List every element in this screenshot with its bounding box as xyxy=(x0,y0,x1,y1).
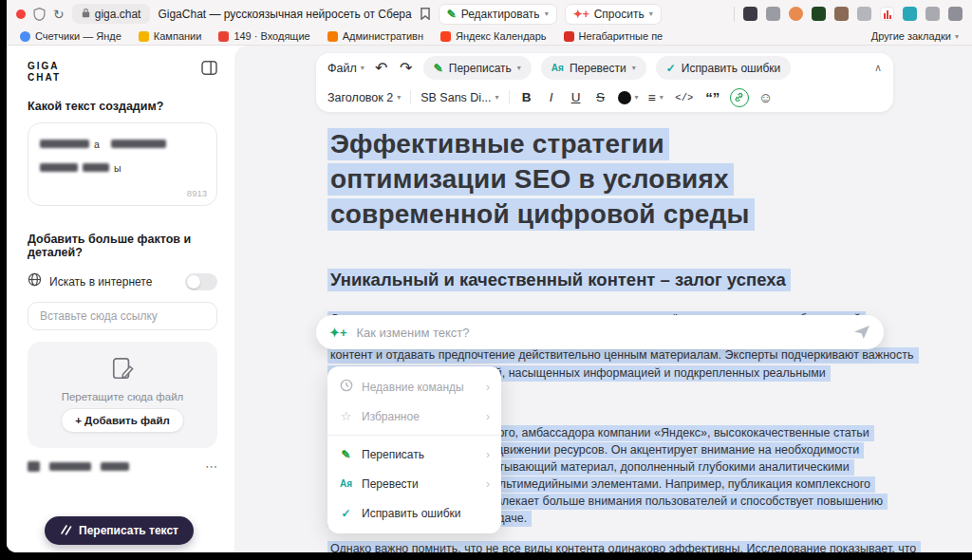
bookmark-item[interactable]: Негабаритные пе xyxy=(564,30,664,42)
shield-icon[interactable] xyxy=(33,8,46,21)
bookmark-label: Кампании xyxy=(154,30,202,42)
sparkle-plus-icon: ✦+ xyxy=(329,326,346,340)
pen-tool-extension-icon[interactable] xyxy=(743,7,757,21)
rewrite-tool-label: Переписать xyxy=(449,62,512,75)
rewrite-text-label: Переписать текст xyxy=(79,524,178,537)
bookmark-item[interactable]: Счетчики — Янде xyxy=(20,30,122,42)
bookmark-item[interactable]: 149 · Входящие xyxy=(218,30,309,42)
code-button[interactable]: </> xyxy=(673,92,696,103)
file-dropzone[interactable]: Перетащите сюда файл + Добавить файл xyxy=(28,342,217,448)
chevron-down-icon: ▾ xyxy=(660,93,664,102)
chart-extension-icon[interactable] xyxy=(880,7,894,21)
bookmarks-bar: Счетчики — Янде Кампании 149 · Входящие … xyxy=(7,28,972,46)
bookmark-item[interactable]: Кампании xyxy=(139,30,202,42)
text-color-button[interactable]: ▾ xyxy=(618,91,639,104)
bookmark-item[interactable]: Административн xyxy=(327,30,423,42)
ask-button[interactable]: ✦+ Спросить ▾ xyxy=(565,4,662,25)
menu-item-label: Перевести xyxy=(362,477,419,491)
sidebar-toggle-icon[interactable] xyxy=(201,61,217,79)
strikethrough-button[interactable]: S xyxy=(593,90,608,104)
redo-icon[interactable]: ↷ xyxy=(399,59,414,77)
rewrite-text-button[interactable]: Переписать текст xyxy=(45,516,194,545)
bookmark-label: 149 · Входящие xyxy=(234,30,309,42)
gigachat-app: GIGA CHAT Какой текст создадим? а ы 8913 xyxy=(7,46,972,552)
redacted-file-icon xyxy=(28,461,40,472)
italic-button[interactable]: I xyxy=(544,90,559,104)
refresh-icon[interactable]: ↻ xyxy=(53,8,65,21)
bold-button[interactable]: B xyxy=(519,90,534,104)
teal-extension-icon[interactable] xyxy=(903,7,917,21)
more-options-icon[interactable]: ⋯ xyxy=(205,459,217,474)
record-indicator-icon xyxy=(16,9,26,19)
ask-button-label: Спросить xyxy=(594,8,645,21)
bookmark-icon[interactable] xyxy=(420,8,431,20)
file-menu[interactable]: Файл ▾ xyxy=(327,62,364,75)
edit-button[interactable]: ✎ Редактировать ▾ xyxy=(439,4,557,25)
add-file-button[interactable]: + Добавить файл xyxy=(61,408,184,433)
list-icon: ≡ xyxy=(648,90,656,105)
rewrite-icon xyxy=(60,524,72,538)
lock-icon xyxy=(82,8,90,21)
brown-extension-icon[interactable] xyxy=(834,7,849,21)
ask-icon: ✦+ xyxy=(573,8,589,21)
document-heading-line: оптимизации SEO в условиях xyxy=(327,164,734,195)
send-icon[interactable] xyxy=(853,325,870,340)
quote-button[interactable]: “” xyxy=(705,89,720,105)
pencil-icon: ✎ xyxy=(339,448,353,461)
prompt-text-card[interactable]: а ы 8913 xyxy=(28,122,217,206)
favicon xyxy=(139,31,149,42)
command-input[interactable]: Как изменим текст? xyxy=(356,326,844,340)
chevron-down-icon: ▾ xyxy=(545,9,549,18)
rewrite-tool-button[interactable]: ✎ Переписать ▾ xyxy=(423,56,532,80)
link-input[interactable] xyxy=(28,302,217,330)
divider xyxy=(734,7,735,22)
heading-select[interactable]: Заголовок 2 ▾ xyxy=(327,91,401,104)
menu-divider xyxy=(327,435,501,436)
divider xyxy=(410,90,411,104)
chevron-right-icon: › xyxy=(486,448,490,461)
emoji-button[interactable]: ☺ xyxy=(758,89,774,105)
menu-item-favorites[interactable]: ☆ Избранное › xyxy=(327,401,501,431)
flag-extension-icon[interactable] xyxy=(925,7,940,21)
address-bar[interactable]: giga.chat xyxy=(72,4,151,24)
sparkle-extension-icon[interactable] xyxy=(766,7,780,21)
menu-item-translate[interactable]: Aя Перевести › xyxy=(327,469,501,498)
undo-icon[interactable]: ↶ xyxy=(374,59,389,77)
document-paragraph-line: Однако важно помнить, что не все виды ко… xyxy=(327,539,921,552)
menu-item-recent-commands[interactable]: Недавние команды › xyxy=(327,372,501,401)
bookmark-item[interactable]: Яндекс Календарь xyxy=(440,30,547,42)
globe-icon xyxy=(28,272,42,290)
other-bookmarks-button[interactable]: Другие закладки ▾ xyxy=(871,30,959,42)
translate-tool-button[interactable]: Aя Перевести ▾ xyxy=(541,56,646,80)
browser-toolbar: ↻ giga.chat GigaChat — русскоязычная ней… xyxy=(7,0,972,28)
collapse-toolbar-icon[interactable]: ∧ xyxy=(874,62,882,74)
favicon xyxy=(327,31,338,42)
green-extension-icon[interactable] xyxy=(812,7,826,21)
link-button[interactable] xyxy=(730,88,749,107)
font-select[interactable]: SB Sans Di... ▾ xyxy=(421,91,498,104)
menu-item-fix-errors[interactable]: ✓ Исправить ошибки xyxy=(327,498,501,528)
document-heading-line: Эффективные стратегии xyxy=(327,129,669,159)
web-search-toggle[interactable] xyxy=(185,273,217,290)
menu-item-rewrite[interactable]: ✎ Переписать › xyxy=(327,439,501,469)
facts-question-label: Добавить больше фактов и деталей? xyxy=(28,233,217,259)
fix-errors-tool-button[interactable]: ✓ Исправить ошибки xyxy=(656,56,792,80)
puzzle-extension-icon[interactable] xyxy=(948,7,963,21)
menu-item-label: Исправить ошибки xyxy=(362,507,460,520)
chevron-down-icon: ▾ xyxy=(955,32,959,41)
gray-extension-icon[interactable] xyxy=(857,7,871,21)
redacted-text xyxy=(111,140,166,148)
toggle-knob xyxy=(187,275,200,289)
edit-button-label: Редактировать xyxy=(461,8,540,21)
document-heading-line: современной цифровой среды xyxy=(327,199,755,230)
attached-file-item[interactable]: ⋯ xyxy=(28,459,217,474)
avatar-extension-icon[interactable] xyxy=(789,7,803,21)
heading-select-label: Заголовок 2 xyxy=(327,91,393,104)
list-button[interactable]: ≡ ▾ xyxy=(648,90,664,105)
underline-button[interactable]: U xyxy=(569,90,584,104)
bookmark-label: Счетчики — Янде xyxy=(35,30,122,42)
command-bar[interactable]: ✦+ Как изменим текст? xyxy=(316,315,884,349)
chevron-down-icon: ▾ xyxy=(495,93,499,102)
chevron-right-icon: › xyxy=(486,381,490,394)
dropzone-label: Перетащите сюда файл xyxy=(62,391,184,402)
